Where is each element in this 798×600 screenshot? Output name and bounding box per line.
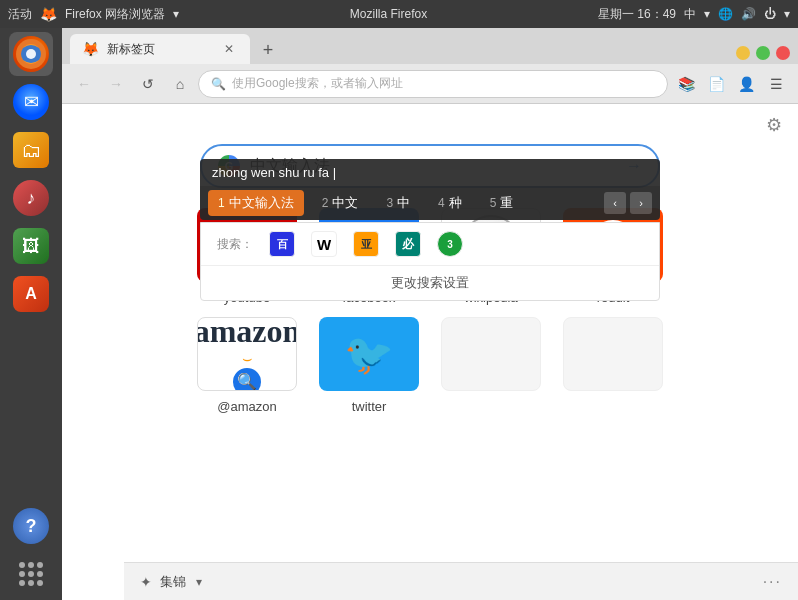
url-placeholder: 使用Google搜索，或者输入网址	[232, 75, 403, 92]
ime-candidate-5-text: 重	[500, 194, 513, 212]
twitter-thumbnail: 🐦	[319, 317, 419, 391]
ime-candidate-5[interactable]: 5 重	[480, 190, 524, 216]
amazon-arrow: ⌣	[242, 350, 253, 368]
collections-bar: ✦ 集锦 ▾ ···	[124, 562, 798, 600]
search-provider-baidu[interactable]: 百	[269, 231, 295, 257]
back-button[interactable]: ←	[70, 70, 98, 98]
maximize-button[interactable]	[756, 46, 770, 60]
ime-candidate-4-text: 种	[449, 194, 462, 212]
firefox-flame: 🦊	[40, 6, 57, 22]
software-icon: A	[13, 276, 49, 312]
search-providers-section: 搜索： 百 W 亚 必 3 更改搜索设置	[200, 222, 660, 301]
search-with-label: 搜索：	[217, 236, 253, 253]
top-site-empty-1[interactable]	[436, 317, 546, 414]
search-provider-wikipedia[interactable]: W	[311, 231, 337, 257]
bookmarks-icon[interactable]: 📚	[672, 70, 700, 98]
sidebar-item-photos[interactable]: 🖼	[9, 224, 53, 268]
reading-view-icon[interactable]: 📄	[702, 70, 730, 98]
photos-icon: 🖼	[13, 228, 49, 264]
sidebar-item-thunderbird[interactable]: ✉	[9, 80, 53, 124]
top-site-empty-2[interactable]	[558, 317, 668, 414]
svg-text:3: 3	[447, 239, 453, 250]
ime-candidate-4[interactable]: 4 种	[428, 190, 472, 216]
nav-bar: ← → ↺ ⌂ 🔍 使用Google搜索，或者输入网址 📚 📄 👤 ☰	[62, 64, 798, 104]
tab-favicon: 🦊	[82, 41, 99, 57]
collections-chevron-icon[interactable]: ▾	[196, 575, 202, 589]
sidebar-item-apps[interactable]	[9, 552, 53, 596]
new-tab-page: ⚙ G → zhong wen shu ru fa | 1 中文输入法	[62, 104, 798, 434]
tab-close-button[interactable]: ✕	[220, 40, 238, 58]
tab-bar: 🦊 新标签页 ✕ +	[62, 28, 798, 64]
system-bar-center: Mozilla Firefox	[350, 7, 427, 21]
activities-label[interactable]: 活动	[8, 6, 32, 23]
files-icon: 🗂	[13, 132, 49, 168]
amazon-search-icon: 🔍	[233, 368, 261, 392]
new-tab-button[interactable]: +	[254, 36, 282, 64]
system-menu-arrow[interactable]: ▾	[784, 7, 790, 21]
dropdown-arrow2[interactable]: ▾	[704, 7, 710, 21]
profile-icon[interactable]: 👤	[732, 70, 760, 98]
search-provider-bing[interactable]: 必	[395, 231, 421, 257]
twitter-label: twitter	[352, 399, 387, 414]
menu-button[interactable]: ☰	[762, 70, 790, 98]
apps-icon	[13, 556, 49, 592]
ime-candidate-3[interactable]: 3 中	[376, 190, 420, 216]
forward-button[interactable]: →	[102, 70, 130, 98]
app-name-label: Firefox 网络浏览器	[65, 6, 165, 23]
close-button[interactable]	[776, 46, 790, 60]
sidebar-item-music[interactable]: ♪	[9, 176, 53, 220]
reload-button[interactable]: ↺	[134, 70, 162, 98]
svg-point-2	[26, 49, 36, 59]
ime-candidate-2-text: 中文	[332, 194, 358, 212]
collections-more-button[interactable]: ···	[763, 573, 782, 591]
ime-candidate-1[interactable]: 1 中文输入法	[208, 190, 304, 216]
ime-candidate-1-text: 中文输入法	[229, 194, 294, 212]
power-icon[interactable]: ⏻	[764, 7, 776, 21]
sidebar-item-help[interactable]: ?	[9, 504, 53, 548]
browser-title: Mozilla Firefox	[350, 7, 427, 21]
nav-right-icons: 📚 📄 👤 ☰	[672, 70, 790, 98]
volume-icon[interactable]: 🔊	[741, 7, 756, 21]
tab-label: 新标签页	[107, 41, 155, 58]
search-provider-amazon[interactable]: 亚	[353, 231, 379, 257]
sidebar-item-software[interactable]: A	[9, 272, 53, 316]
time-label: 星期一 16：49	[598, 6, 676, 23]
search-providers-row: 搜索： 百 W 亚 必 3	[201, 223, 659, 266]
top-site-amazon[interactable]: amazon ⌣ 🔍 @amazon	[192, 317, 302, 414]
collections-label[interactable]: 集锦	[160, 573, 186, 591]
ime-prev-button[interactable]: ‹	[604, 192, 626, 214]
main-layout: ✉ 🗂 ♪ 🖼 A ? 🦊 新标签	[0, 28, 798, 600]
home-button[interactable]: ⌂	[166, 70, 194, 98]
browser-window: 🦊 新标签页 ✕ + ← → ↺ ⌂ 🔍 使用Google搜索，或者输入网址	[62, 28, 798, 600]
search-provider-360[interactable]: 3	[437, 231, 463, 257]
system-bar-right: 星期一 16：49 中 ▾ 🌐 🔊 ⏻ ▾	[598, 6, 790, 23]
change-search-settings-link[interactable]: 更改搜索设置	[201, 266, 659, 300]
sidebar-item-files[interactable]: 🗂	[9, 128, 53, 172]
amazon-logo: amazon	[197, 317, 297, 350]
amazon-label: @amazon	[217, 399, 276, 414]
minimize-button[interactable]	[736, 46, 750, 60]
firefox-logo-icon	[13, 36, 49, 72]
system-bar-left: 活动 🦊 Firefox 网络浏览器 ▾	[8, 6, 179, 23]
browser-tab[interactable]: 🦊 新标签页 ✕	[70, 34, 250, 64]
thunderbird-icon: ✉	[13, 84, 49, 120]
empty-thumbnail-1	[441, 317, 541, 391]
network-icon[interactable]: 🌐	[718, 7, 733, 21]
ime-composition-text: zhong wen shu ru fa |	[212, 165, 336, 180]
settings-gear-button[interactable]: ⚙	[766, 114, 782, 136]
collections-icon: ✦	[140, 574, 152, 590]
ime-candidates-bar: 1 中文输入法 2 中文 3 中 4 种	[200, 186, 660, 220]
twitter-bird-icon: 🐦	[344, 331, 394, 378]
system-bar: 活动 🦊 Firefox 网络浏览器 ▾ Mozilla Firefox 星期一…	[0, 0, 798, 28]
input-method-label[interactable]: 中	[684, 6, 696, 23]
dropdown-arrow[interactable]: ▾	[173, 7, 179, 21]
empty-thumbnail-2	[563, 317, 663, 391]
top-site-twitter[interactable]: 🐦 twitter	[314, 317, 424, 414]
search-icon: 🔍	[211, 77, 226, 91]
ime-composition: zhong wen shu ru fa |	[200, 159, 660, 186]
ime-nav: ‹ ›	[604, 192, 652, 214]
url-bar[interactable]: 🔍 使用Google搜索，或者输入网址	[198, 70, 668, 98]
ime-next-button[interactable]: ›	[630, 192, 652, 214]
sidebar-item-firefox[interactable]	[9, 32, 53, 76]
ime-candidate-2[interactable]: 2 中文	[312, 190, 369, 216]
